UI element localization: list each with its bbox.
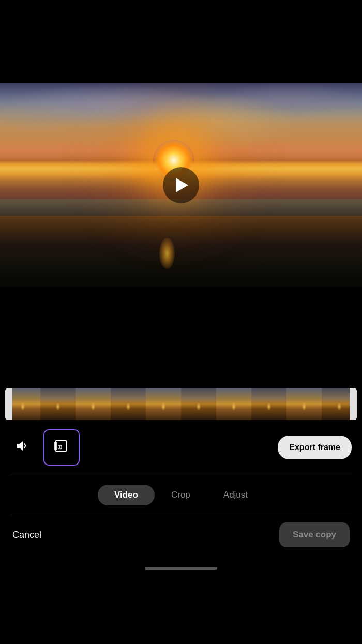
middle-spacer <box>0 287 362 388</box>
water-reflection <box>0 216 362 287</box>
save-copy-button[interactable]: Save copy <box>279 522 350 547</box>
timeline-handle-left[interactable] <box>5 388 12 420</box>
volume-icon <box>14 439 29 457</box>
timeline-frames <box>5 388 357 420</box>
svg-text:⊞: ⊞ <box>57 444 62 450</box>
frame-cell-2 <box>40 388 76 420</box>
frame-tool-icon: ⊞ <box>53 439 70 456</box>
bottom-section: Video Crop Adjust Cancel Save copy <box>0 475 362 576</box>
controls-row: ⊞ Export frame <box>0 420 362 475</box>
page-wrapper: ⊞ Export frame Video Crop Adjust Cancel … <box>0 0 362 644</box>
timeline-section <box>0 388 362 420</box>
timeline-handle-right[interactable] <box>350 388 357 420</box>
frame-cell-7 <box>216 388 251 420</box>
home-indicator <box>0 563 362 576</box>
frame-cell-3 <box>76 388 111 420</box>
export-frame-button[interactable]: Export frame <box>278 436 352 459</box>
tabs-row: Video Crop Adjust <box>0 475 362 515</box>
volume-button[interactable] <box>10 436 33 459</box>
action-row: Cancel Save copy <box>0 515 362 563</box>
frame-cell-6 <box>181 388 216 420</box>
video-container <box>0 83 362 287</box>
tab-video[interactable]: Video <box>98 485 155 505</box>
frame-cell-9 <box>286 388 322 420</box>
top-spacer <box>0 0 362 83</box>
tab-adjust[interactable]: Adjust <box>207 485 264 505</box>
tab-crop[interactable]: Crop <box>155 485 207 505</box>
home-bar <box>145 567 217 570</box>
svg-marker-0 <box>17 441 23 451</box>
timeline-strip[interactable] <box>5 388 357 420</box>
cancel-button[interactable]: Cancel <box>12 530 41 541</box>
play-icon <box>176 178 188 192</box>
frame-tool-button[interactable]: ⊞ <box>43 429 80 466</box>
frame-cell-4 <box>111 388 146 420</box>
frame-cell-5 <box>146 388 181 420</box>
frame-cell-8 <box>251 388 286 420</box>
play-button[interactable] <box>163 167 199 203</box>
